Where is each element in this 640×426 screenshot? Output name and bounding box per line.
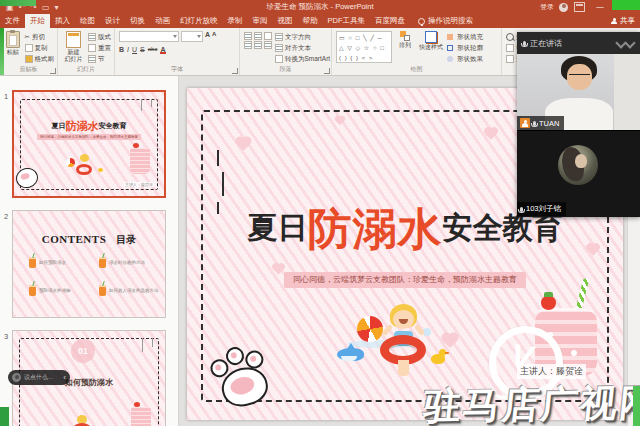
copy-button[interactable]: 复制 (25, 43, 55, 53)
clear-format-button[interactable]: abc (148, 46, 158, 52)
ribbon-tab-bar: 文件 开始 插入 绘图 设计 切换 动画 幻灯片放映 录制 审阅 视图 帮助 P… (0, 14, 640, 28)
juice-cup-icon (99, 285, 106, 296)
thumb1-drink (130, 148, 150, 174)
slide-thumbnail-2[interactable]: CONTENTS目录 如何预防溺水 溺水时自救的方法 预防溺水的措施 如何救人溺… (12, 210, 166, 318)
text-direction-button[interactable]: 文字方向 (275, 32, 330, 42)
italic-button[interactable]: I (127, 46, 129, 53)
tab-transitions[interactable]: 切换 (125, 14, 150, 28)
layout-button[interactable]: 版式 (88, 32, 111, 42)
sign-in-label[interactable]: 登录 (540, 2, 554, 12)
slide-number-1: 1 (4, 92, 8, 101)
shape-outline-button[interactable]: 形状轮廓 (447, 43, 483, 53)
green-artifact (0, 0, 36, 6)
quick-styles-button[interactable]: 快速样式 (418, 31, 444, 65)
align-right-icon[interactable] (264, 41, 272, 49)
align-text-button[interactable]: 对齐文本 (275, 43, 330, 53)
shrink-font-button[interactable]: A (212, 31, 216, 42)
chat-avatar-icon (12, 373, 21, 382)
shape-outline-icon (447, 45, 453, 51)
shapes-gallery[interactable]: ▭ ○ □ ╲ ╱ ─ △ ▽ ◇ ☆ ○ □ ( ) { } < > (336, 31, 392, 63)
title-highlight: 防溺水 (308, 204, 443, 253)
group-clipboard: 粘贴 ✂剪切 复制 格式刷 剪贴板 (0, 28, 58, 75)
smartart-button[interactable]: 转换为SmartArt (275, 54, 330, 64)
section-button[interactable]: 节 (88, 54, 111, 64)
paragraph-group-label: 段落 (240, 65, 331, 74)
tab-design[interactable]: 设计 (100, 14, 125, 28)
format-painter-button[interactable]: 格式刷 (25, 54, 55, 64)
participant1-glasses (569, 74, 590, 81)
chat-input-overlay[interactable]: 说点什么... ‹ (8, 370, 70, 385)
indent-icon[interactable] (264, 32, 272, 40)
paste-button[interactable]: 粘贴 (4, 31, 22, 65)
tab-slideshow[interactable]: 幻灯片放映 (175, 14, 223, 28)
cut-button[interactable]: ✂剪切 (25, 32, 55, 42)
account-avatar[interactable] (559, 3, 568, 12)
thumb3-drink (131, 407, 151, 426)
tab-draw[interactable]: 绘图 (75, 14, 100, 28)
green-artifact (0, 28, 4, 75)
slide-thumbnail-1[interactable]: 夏日防溺水安全教育 同心同德，云端筑梦云支教团队：珍爱生命，预防溺水主题教育 主… (12, 90, 166, 198)
tab-help[interactable]: 帮助 (298, 14, 323, 28)
paragraph-dialog-launcher[interactable] (324, 68, 330, 74)
tab-animations[interactable]: 动画 (150, 14, 175, 28)
new-slide-button[interactable]: 新建幻灯片 (62, 31, 85, 65)
presenter-text[interactable]: 主讲人：滕贺诠 (517, 364, 586, 379)
tab-view[interactable]: 视图 (273, 14, 298, 28)
minimize-button[interactable]: — (592, 0, 608, 14)
thumb2-item-2: 溺水时自救的方法 (99, 257, 166, 268)
find-icon (506, 33, 514, 41)
quick-styles-label: 快速样式 (419, 44, 443, 51)
text-direction-label: 文字方向 (285, 33, 311, 42)
slide-subtitle[interactable]: 同心同德，云端筑梦云支教团队：珍爱生命，预防溺水主题教育 (284, 272, 526, 288)
tab-pdf-tools[interactable]: PDF工具集 (323, 14, 371, 28)
shape-effects-button[interactable]: 形状效果 (447, 54, 483, 64)
numbering-icon[interactable] (254, 32, 262, 40)
title-bar: ▣ ↶ ↷ ▭ ▾ 珍爱生命 预防溺水 - PowerPoint 登录 — □ … (0, 0, 640, 14)
tab-baidu-netdisk[interactable]: 百度网盘 (370, 14, 410, 28)
tab-record[interactable]: 录制 (223, 14, 248, 28)
font-dialog-launcher[interactable] (232, 68, 238, 74)
participant2-avatar (558, 145, 598, 185)
shape-fill-button[interactable]: 形状填充 (447, 32, 483, 42)
sketch-line (222, 172, 224, 196)
reset-button[interactable]: 重置 (88, 43, 111, 53)
reset-icon (88, 44, 96, 52)
meeting-header[interactable]: 正在讲话 (517, 32, 640, 54)
align-center-icon[interactable] (254, 41, 262, 49)
font-name-select[interactable] (119, 31, 179, 42)
green-artifact (612, 0, 640, 10)
rubber-duck (431, 354, 445, 364)
arrange-button[interactable]: 排列 (395, 31, 415, 65)
drawing-group-label: 绘图 (332, 65, 501, 74)
tab-file[interactable]: 文件 (0, 14, 25, 28)
share-button[interactable]: 共享 (611, 14, 635, 28)
shapes-row-2: △ ▽ ◇ ☆ ○ □ (339, 43, 389, 53)
bullets-icon[interactable] (244, 32, 252, 40)
tab-insert[interactable]: 插入 (50, 14, 75, 28)
font-size-select[interactable] (181, 31, 203, 42)
tellme-label: 操作说明搜索 (428, 14, 473, 28)
microphone-icon (523, 41, 526, 46)
tab-home[interactable]: 开始 (25, 14, 50, 28)
strikethrough-button[interactable]: S (140, 46, 145, 53)
clipboard-group-label: 剪贴板 (0, 65, 57, 74)
ribbon-options-icon[interactable] (574, 2, 585, 12)
toy-shark (337, 348, 364, 361)
replace-icon (506, 44, 514, 52)
tell-me-search[interactable]: 操作说明搜索 (418, 14, 473, 28)
underline-button[interactable]: U (132, 46, 137, 53)
thumb1-string (151, 99, 152, 107)
clipboard-dialog-launcher[interactable] (50, 68, 56, 74)
slides-group-label: 幻灯片 (58, 65, 114, 74)
grow-font-button[interactable]: A (205, 31, 210, 42)
video-meeting-overlay[interactable]: 正在讲话 TUAN 103刘子铭 (517, 32, 640, 217)
tab-review[interactable]: 审阅 (248, 14, 273, 28)
chat-input-placeholder[interactable]: 说点什么... (24, 373, 60, 382)
font-color-button[interactable]: A (160, 46, 165, 53)
video-tile-1[interactable]: TUAN (517, 54, 640, 131)
video-tile-2[interactable]: 103刘子铭 (517, 131, 640, 216)
collapse-chevron-icon[interactable]: ‹ (63, 370, 66, 385)
align-left-icon[interactable] (244, 41, 252, 49)
bold-button[interactable]: B (119, 46, 124, 53)
new-slide-label-2: 幻灯片 (65, 56, 83, 62)
